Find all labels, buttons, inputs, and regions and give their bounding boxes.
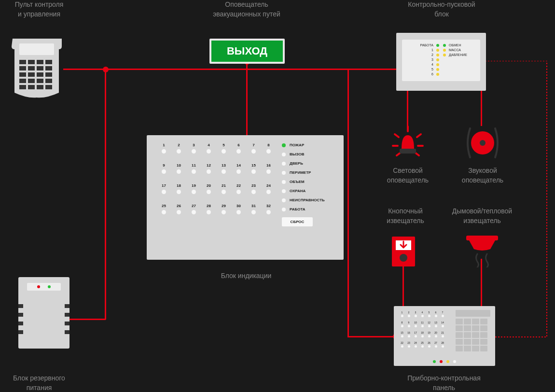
- label-strobe: Световойоповещатель: [381, 166, 434, 185]
- led-icon: [436, 63, 439, 66]
- cpanel-key: [472, 332, 479, 338]
- status-row: РАБОТА: [282, 207, 335, 211]
- svg-rect-30: [65, 322, 69, 325]
- zone-cell: 9: [156, 163, 171, 174]
- zone-cell: 23: [246, 183, 261, 194]
- cpanel-zone-grid: 1234567891011121314151617181920212223242…: [399, 311, 449, 351]
- cpanel-zone: 28: [439, 341, 446, 348]
- ctrl-label: ОБМЕН: [449, 43, 461, 47]
- cpanel-key: [480, 332, 487, 338]
- svg-rect-10: [28, 72, 35, 77]
- psu-device: [18, 277, 69, 349]
- led-icon: [436, 68, 439, 71]
- svg-rect-15: [37, 79, 43, 83]
- svg-rect-6: [28, 66, 35, 70]
- junction-dot: [103, 67, 109, 72]
- reset-button[interactable]: СБРОС: [282, 217, 313, 226]
- svg-rect-20: [45, 85, 52, 89]
- cpanel-key: [456, 339, 463, 345]
- svg-rect-4: [45, 60, 52, 64]
- svg-point-42: [480, 140, 486, 146]
- ctrl-label: РАБОТА: [420, 43, 433, 47]
- svg-rect-22: [27, 283, 61, 291]
- zone-cell: 13: [216, 163, 231, 174]
- ctrl-num: 6: [431, 72, 433, 76]
- svg-rect-29: [18, 322, 23, 325]
- zone-cell: 22: [231, 183, 246, 194]
- cpanel-keypad: [456, 319, 490, 351]
- label-sounder: Звуковойоповещатель: [454, 166, 512, 185]
- zone-cell: 24: [261, 183, 276, 194]
- cpanel-zone: 25: [419, 341, 426, 348]
- cpanel-zone: 24: [412, 341, 419, 348]
- cpanel-key: [480, 339, 487, 345]
- svg-rect-25: [18, 304, 23, 308]
- cpanel-zone: 16: [405, 331, 412, 337]
- zone-cell: 16: [261, 163, 276, 174]
- led-icon: [436, 73, 439, 76]
- svg-rect-32: [65, 330, 69, 334]
- ctrl-num: 4: [431, 63, 433, 66]
- label-psu: Блок резервногопитания: [0, 374, 78, 392]
- cpanel-key: [456, 319, 463, 324]
- zone-cell: 17: [156, 183, 171, 194]
- cpanel-zone: 10: [412, 321, 419, 327]
- wire-dotted: [485, 61, 551, 341]
- cpanel-zone: 7: [439, 311, 446, 317]
- zone-cell: 31: [246, 204, 261, 214]
- status-row: ПОЖАР: [282, 143, 335, 147]
- cpanel-key: [480, 325, 487, 331]
- cpanel-key: [464, 332, 471, 338]
- wire: [65, 319, 106, 320]
- svg-rect-1: [19, 60, 26, 64]
- ctrl-num: 1: [431, 48, 433, 52]
- svg-rect-16: [45, 79, 52, 83]
- cpanel-zone: 2: [405, 311, 412, 317]
- wire: [347, 336, 396, 337]
- label-exit: Оповещательэвакуационных путей: [193, 0, 300, 19]
- svg-rect-7: [37, 66, 43, 70]
- cpanel-key: [464, 339, 471, 345]
- ctrl-num: 5: [431, 68, 433, 71]
- indication-block: 1234567891011121314151617181920212223242…: [147, 135, 344, 260]
- cpanel-key: [480, 346, 487, 351]
- status-row: ДВЕРЬ: [282, 161, 335, 166]
- svg-rect-12: [45, 72, 52, 77]
- cpanel-zone: 21: [439, 331, 446, 337]
- cpanel-key: [456, 346, 463, 351]
- cpanel-key: [464, 346, 471, 351]
- smoke-detector-icon: [464, 234, 500, 263]
- keypad-device: [8, 37, 66, 104]
- cpanel-zone: 5: [426, 311, 432, 317]
- status-row: ПЕРИМЕТР: [282, 170, 335, 175]
- svg-rect-17: [19, 85, 26, 89]
- zone-cell: 1: [156, 143, 171, 154]
- wire: [402, 266, 404, 307]
- svg-line-34: [395, 134, 399, 137]
- svg-rect-5: [19, 66, 26, 70]
- svg-rect-14: [28, 79, 35, 83]
- svg-rect-9: [19, 72, 26, 77]
- callpoint-icon: [392, 237, 415, 266]
- cpanel-zone: 6: [432, 311, 439, 317]
- zone-cell: 6: [231, 143, 246, 154]
- cpanel-zone: 9: [405, 321, 412, 327]
- cpanel-key: [464, 325, 471, 331]
- cpanel-zone: 12: [426, 321, 432, 327]
- cpanel-status-leds: [394, 360, 495, 363]
- svg-rect-27: [18, 313, 23, 317]
- zone-cell: 21: [216, 183, 231, 194]
- zone-cell: 15: [246, 163, 261, 174]
- zone-cell: 10: [171, 163, 186, 174]
- cpanel-zone: 4: [419, 311, 426, 317]
- zone-cell: 4: [201, 143, 216, 154]
- cpanel-key: [456, 325, 463, 331]
- svg-rect-31: [18, 330, 23, 334]
- zone-cell: 11: [186, 163, 201, 174]
- wire: [407, 90, 408, 128]
- status-row: ОБЪЕМ: [282, 180, 335, 184]
- control-panel: 1234567891011121314151617181920212223242…: [394, 306, 495, 366]
- svg-rect-2: [28, 60, 35, 64]
- cpanel-screen: [456, 310, 490, 317]
- svg-rect-26: [65, 304, 69, 308]
